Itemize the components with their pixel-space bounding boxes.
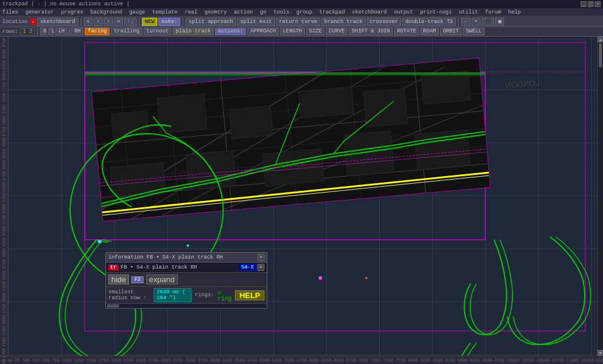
plain-button[interactable]: plain track: [173, 28, 213, 35]
split-approach-button[interactable]: split approach: [185, 18, 236, 26]
menu-sketchboard[interactable]: sketchboard: [351, 9, 388, 15]
plus-button[interactable]: +: [472, 18, 481, 26]
nav-up-button[interactable]: ↑↓: [124, 18, 137, 26]
menu-action[interactable]: action: [233, 9, 254, 15]
ruler-text: 0 mm 50 100 250 500 750 1000 1250 1500 1…: [2, 358, 603, 363]
svg-line-19: [92, 71, 337, 209]
track-id-badge: S4-X: [238, 264, 256, 271]
scale-6750: 6750: [2, 127, 6, 137]
roam-button[interactable]: ROAM: [420, 28, 439, 35]
canvas-area[interactable]: LONDON: [8, 37, 597, 356]
nav-right2-button[interactable]: »: [114, 18, 123, 26]
svg-line-9: [97, 111, 483, 145]
double-track-ts-button[interactable]: double-track TS: [402, 18, 456, 26]
menu-output[interactable]: output: [393, 9, 414, 15]
nav-left-button[interactable]: ‹: [94, 18, 102, 26]
scale-4750: 4750: [2, 215, 6, 225]
new-button[interactable]: NEW: [142, 18, 157, 26]
menu-progres[interactable]: progres: [60, 9, 85, 15]
l-button[interactable]: L: [48, 28, 54, 35]
actions-button[interactable]: actions:: [215, 28, 246, 35]
scroll-up-button[interactable]: ▲: [598, 37, 603, 42]
menu-tools[interactable]: tools: [272, 9, 290, 15]
scale-3250: 3250: [2, 282, 6, 292]
menu-generator[interactable]: generator: [24, 9, 55, 15]
scale-6500: 6500: [2, 137, 6, 147]
zero-button[interactable]: 0: [40, 28, 47, 35]
nav-right-button[interactable]: ›: [104, 18, 112, 26]
ring-checkbox[interactable]: ☑ ring: [217, 289, 231, 302]
menu-template[interactable]: template: [151, 9, 178, 15]
menu-go[interactable]: go: [259, 9, 268, 15]
orbit-button[interactable]: ORBIT: [440, 28, 462, 35]
info-close-button[interactable]: ×: [257, 254, 264, 261]
extra-button[interactable]: ▣: [495, 18, 504, 26]
track-label: FB • S4-X plain track RH: [121, 264, 197, 270]
menu-forum[interactable]: forum: [484, 9, 502, 15]
menu-print[interactable]: print-nogi: [419, 9, 453, 15]
approach-button[interactable]: APPROACH: [247, 28, 279, 35]
insert-button[interactable]: ⬛: [482, 18, 494, 26]
menu-utilit[interactable]: utilit: [458, 9, 479, 15]
return-curve-button[interactable]: return curve: [276, 18, 320, 26]
menu-trackpad[interactable]: trackpad: [318, 9, 346, 15]
svg-line-15: [221, 81, 232, 210]
separator4: [458, 18, 459, 26]
maximize-button[interactable]: □: [588, 1, 594, 7]
svg-line-20: [121, 67, 396, 219]
split-exit-button[interactable]: split exit: [237, 18, 275, 26]
location-icon[interactable]: ⌂: [30, 19, 36, 25]
trailing-button[interactable]: trailing: [111, 28, 142, 35]
scale-3750: 3750: [2, 259, 6, 269]
title-bar: trackpad | · | no mouse actions active |…: [0, 0, 603, 8]
panel-scrollbar[interactable]: [106, 303, 267, 308]
curve-button[interactable]: CURVE: [326, 28, 347, 35]
toolbar2: rows: 1 2 0 L LH · RH facing trailing tu…: [0, 27, 603, 37]
menu-background[interactable]: background: [89, 9, 123, 15]
svg-rect-28: [421, 71, 471, 104]
expand-button[interactable]: expand: [146, 274, 178, 284]
bottom-ruler: 0 mm 50 100 250 500 750 1000 1250 1500 1…: [0, 356, 603, 364]
svg-line-7: [93, 76, 480, 110]
svg-line-13: [121, 90, 132, 219]
help-button[interactable]: HELP: [235, 290, 264, 300]
scroll-down-button[interactable]: ▼: [598, 350, 603, 356]
minimize-button[interactable]: _: [581, 1, 587, 7]
lh-rh-button[interactable]: LH · RH: [55, 28, 84, 35]
branch-track-button[interactable]: branch track: [322, 18, 366, 26]
scale-7750: 7750: [2, 82, 6, 92]
close-button[interactable]: ×: [595, 1, 601, 7]
scroll-track[interactable]: [598, 42, 603, 350]
svg-point-44: [98, 240, 101, 243]
scroll-handle[interactable]: [107, 305, 119, 307]
info-close2-button[interactable]: ×: [257, 264, 264, 271]
length-button[interactable]: LENGTH: [280, 28, 304, 35]
scale-5250: 5250: [2, 193, 6, 203]
menu-real[interactable]: real: [184, 9, 199, 15]
menu-help[interactable]: help: [507, 9, 522, 15]
menu-gauge[interactable]: gauge: [128, 9, 146, 15]
turnout-button[interactable]: turnout: [144, 28, 172, 35]
shift-join-button[interactable]: SHIFT & JOIN: [349, 28, 393, 35]
menu-files[interactable]: files: [1, 9, 19, 15]
scroll-thumb[interactable]: [599, 44, 602, 67]
scale-4000: 4000: [2, 248, 6, 258]
scale-5500: 5500: [2, 182, 6, 192]
right-scrollbar[interactable]: ▲ ▼: [597, 37, 603, 356]
facing-button[interactable]: facing: [85, 28, 110, 35]
sketchboard-button[interactable]: sketchboard: [37, 18, 78, 26]
make-button[interactable]: make:: [158, 18, 180, 26]
scale-8000: 8000: [2, 71, 6, 81]
minus-button[interactable]: -: [461, 18, 470, 26]
menu-geomtry[interactable]: geomtry: [203, 9, 228, 15]
svg-point-47: [365, 277, 367, 279]
swell-button[interactable]: SWELL: [463, 28, 485, 35]
hide-button[interactable]: hide: [108, 274, 129, 284]
size-button[interactable]: SIZE: [306, 28, 325, 35]
rotate-button[interactable]: ROTATE: [394, 28, 419, 35]
scale-5750: 5750: [2, 171, 6, 181]
nav-left2-button[interactable]: «: [84, 18, 92, 26]
menu-group[interactable]: group: [295, 9, 313, 15]
menu-bar: files generator progres background gauge…: [0, 8, 603, 16]
crossover-button[interactable]: crossover: [367, 18, 402, 26]
